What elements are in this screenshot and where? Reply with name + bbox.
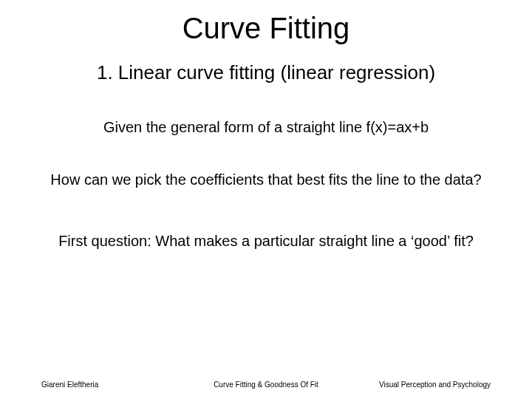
body-text-1: Given the general form of a straight lin… [22,118,510,137]
slide: Curve Fitting 1. Linear curve fitting (l… [0,0,532,399]
footer-course: Visual Perception and Psychology [341,381,491,389]
body-text-3: First question: What makes a particular … [22,232,510,250]
footer-topic: Curve Fitting & Goodness Of Fit [191,381,341,389]
body-text-2: How can we pick the coefficients that be… [22,171,510,189]
slide-subtitle: 1. Linear curve fitting (linear regressi… [22,61,510,84]
slide-title: Curve Fitting [22,12,510,45]
slide-footer: Giareni Eleftheria Curve Fitting & Goodn… [0,381,532,389]
footer-author: Giareni Eleftheria [41,381,191,389]
